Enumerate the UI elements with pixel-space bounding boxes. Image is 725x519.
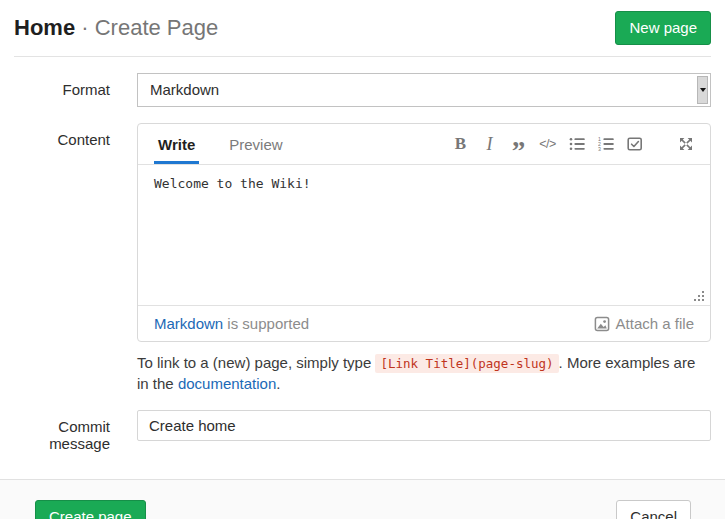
page-title: Home · Create Page xyxy=(14,11,218,45)
editor-toolbar: B I ” </> xyxy=(452,124,694,164)
cancel-button[interactable]: Cancel xyxy=(616,500,691,519)
format-select[interactable]: Markdown xyxy=(137,73,711,107)
new-page-button[interactable]: New page xyxy=(615,11,711,45)
create-page-button[interactable]: Create page xyxy=(35,500,146,519)
format-label: Format xyxy=(14,73,137,107)
tab-write[interactable]: Write xyxy=(154,124,199,164)
fullscreen-icon[interactable] xyxy=(677,134,694,154)
italic-icon[interactable]: I xyxy=(481,134,498,154)
quote-icon[interactable]: ” xyxy=(510,134,527,154)
supported-text: is supported xyxy=(223,315,309,332)
resize-grip-icon[interactable] xyxy=(694,291,705,302)
commit-message-input[interactable] xyxy=(137,410,711,441)
form-actions: Create page Cancel xyxy=(0,479,725,519)
content-row: Content Write Preview B I ” </> xyxy=(14,123,711,394)
chevron-down-icon xyxy=(700,88,706,92)
documentation-link[interactable]: documentation xyxy=(178,375,276,392)
format-row: Format Markdown xyxy=(14,73,711,107)
wiki-create-page: Home · Create Page New page Format Markd… xyxy=(0,0,725,452)
commit-row: Commit message xyxy=(14,410,711,452)
help-before-code: To link to a (new) page, simply type xyxy=(137,354,375,371)
page-header: Home · Create Page New page xyxy=(14,0,711,57)
commit-message-label: Commit message xyxy=(14,410,137,452)
markdown-link[interactable]: Markdown xyxy=(154,315,223,332)
inline-code-example: [Link Title](page-slug) xyxy=(375,354,558,373)
editor-footer: Markdown is supported Attach a file xyxy=(138,305,710,341)
numbered-list-icon[interactable]: 1 2 3 xyxy=(597,134,614,154)
image-attach-icon xyxy=(594,316,610,332)
editor-tab-bar: Write Preview B I ” </> xyxy=(138,124,710,165)
help-period: . xyxy=(276,375,280,392)
content-textarea[interactable]: Welcome to the Wiki! xyxy=(138,165,710,305)
title-separator: · xyxy=(81,15,88,40)
format-select-value: Markdown xyxy=(150,81,219,98)
markdown-editor: Write Preview B I ” </> xyxy=(137,123,711,342)
select-dropdown-strip xyxy=(697,76,708,104)
editor-write-area: Welcome to the Wiki! xyxy=(138,165,710,305)
bold-icon[interactable]: B xyxy=(452,134,469,154)
code-icon[interactable]: </> xyxy=(539,134,556,154)
content-label: Content xyxy=(14,123,137,394)
task-list-icon[interactable] xyxy=(626,134,643,154)
attach-file-label: Attach a file xyxy=(616,315,694,332)
page-title-primary: Home xyxy=(14,15,75,40)
markdown-supported-note: Markdown is supported xyxy=(154,315,309,332)
tab-preview[interactable]: Preview xyxy=(225,124,286,164)
link-help-text: To link to a (new) page, simply type [Li… xyxy=(137,353,711,394)
svg-text:3: 3 xyxy=(598,146,601,152)
bullet-list-icon[interactable] xyxy=(568,134,585,154)
page-title-secondary: Create Page xyxy=(95,15,219,40)
attach-file-button[interactable]: Attach a file xyxy=(594,315,694,332)
